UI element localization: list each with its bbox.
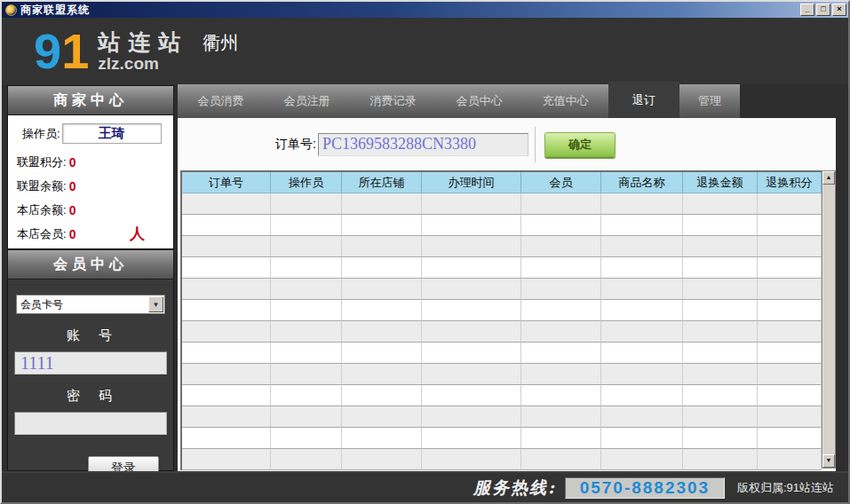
table-row[interactable]: [182, 385, 822, 406]
table-row[interactable]: [182, 300, 822, 321]
logo-text: 站连站: [98, 30, 188, 54]
stat-value: 0: [69, 179, 76, 193]
table-cell: [758, 300, 822, 321]
table-cell: [422, 321, 521, 343]
app-header: 9 1 站连站 zlz.com 衢州: [2, 18, 848, 84]
stat-row-store-members: 本店会员: 0 人: [8, 222, 173, 246]
column-header-5[interactable]: 商品名称: [601, 172, 683, 193]
table-cell: [422, 385, 521, 406]
table-row[interactable]: [182, 406, 822, 428]
table-cell: [758, 406, 822, 428]
table-cell: [683, 321, 758, 343]
table-cell: [182, 364, 271, 385]
column-header-2[interactable]: 所在店铺: [342, 172, 422, 193]
table-row[interactable]: [182, 343, 822, 364]
scroll-up-icon[interactable]: ▲: [822, 171, 835, 185]
table-cell: [601, 215, 683, 236]
table-row[interactable]: [182, 279, 822, 300]
table-cell: [683, 343, 758, 364]
logo: 9 1 站连站 zlz.com: [34, 25, 188, 78]
table-row[interactable]: [182, 236, 822, 257]
stat-row-alliance-balance: 联盟余额: 0: [8, 174, 173, 198]
table-cell: [601, 364, 683, 385]
tab-member-consume[interactable]: 会员消费: [178, 84, 264, 118]
main-area: 会员消费会员注册消费记录会员中心充值中心退订管理 订单号: 确定 订单号操作员所…: [178, 84, 848, 471]
tab-recharge-center[interactable]: 充值中心: [522, 84, 608, 118]
table-cell: [271, 215, 342, 236]
minimize-button[interactable]: _: [800, 4, 814, 16]
table-cell: [342, 193, 422, 215]
column-header-7[interactable]: 退换积分: [758, 172, 822, 193]
table-cell: [271, 321, 342, 343]
table-row[interactable]: [182, 428, 822, 449]
table-row[interactable]: [182, 449, 822, 470]
table-cell: [683, 300, 758, 321]
table-cell: [422, 300, 521, 321]
table-cell: [758, 193, 822, 215]
table-row[interactable]: [182, 321, 822, 343]
table-cell: [342, 428, 422, 449]
table-row[interactable]: [182, 215, 822, 236]
table-cell: [422, 406, 521, 428]
table-cell: [521, 236, 601, 257]
table-cell: [683, 193, 758, 215]
table-cell: [758, 428, 822, 449]
footer-bar: 服务热线: 0570-8882303 版权归属:91站连站: [2, 471, 848, 502]
column-header-3[interactable]: 办理时间: [422, 172, 521, 193]
confirm-button[interactable]: 确定: [544, 132, 616, 157]
tab-member-center[interactable]: 会员中心: [436, 84, 522, 118]
table-cell: [683, 385, 758, 406]
app-window: 商家联盟系统 _ □ × 9 1 站连站 zlz.com 衢州 商家中心 操作员…: [0, 0, 850, 504]
close-button[interactable]: ×: [832, 4, 846, 16]
tab-manage[interactable]: 管理: [679, 84, 740, 118]
table-cell: [342, 343, 422, 364]
order-form: 订单号: 确定: [180, 118, 836, 170]
table-cell: [521, 385, 601, 406]
table-cell: [521, 449, 601, 470]
tab-consume-records[interactable]: 消费记录: [350, 84, 436, 118]
stat-value: 0: [69, 227, 76, 241]
logo-digit-9: 9: [34, 25, 61, 78]
table-cell: [271, 257, 342, 279]
window-titlebar[interactable]: 商家联盟系统 _ □ ×: [2, 2, 848, 18]
member-login-panel: 会员卡号 ▼ 账 号 密 码 登录: [7, 280, 174, 471]
table-cell: [182, 215, 271, 236]
table-cell: [683, 257, 758, 279]
table-cell: [758, 215, 822, 236]
maximize-button[interactable]: □: [816, 4, 830, 16]
table-cell: [271, 343, 342, 364]
account-input[interactable]: [14, 351, 167, 374]
logo-digit-1: 1: [61, 25, 89, 78]
column-header-1[interactable]: 操作员: [271, 172, 342, 193]
member-center-header: 会员中心: [7, 249, 174, 280]
stat-value: 0: [69, 155, 76, 169]
password-input[interactable]: [14, 412, 167, 435]
tab-bar-row: 会员消费会员注册消费记录会员中心充值中心退订管理: [178, 84, 836, 118]
scroll-down-icon[interactable]: ▼: [822, 454, 835, 468]
copyright-label: 版权归属:91站连站: [737, 480, 834, 496]
card-type-select[interactable]: 会员卡号 ▼: [16, 295, 165, 314]
table-cell: [182, 343, 271, 364]
scrollbar-track[interactable]: [822, 185, 835, 454]
vertical-scrollbar[interactable]: ▲ ▼: [822, 170, 836, 469]
table-cell: [342, 321, 422, 343]
table-cell: [342, 449, 422, 470]
table-row[interactable]: [182, 364, 822, 385]
logo-domain: zlz.com: [98, 54, 188, 73]
table-cell: [342, 385, 422, 406]
table-cell: [758, 343, 822, 364]
column-header-6[interactable]: 退换金额: [683, 172, 758, 193]
merchant-center-header: 商家中心: [7, 85, 174, 115]
stat-label: 本店余额:: [17, 202, 67, 218]
column-header-0[interactable]: 订单号: [182, 172, 271, 193]
operator-input[interactable]: [62, 123, 162, 144]
table-row[interactable]: [182, 257, 822, 279]
table-row[interactable]: [182, 193, 822, 215]
table-cell: [683, 449, 758, 470]
chevron-down-icon[interactable]: ▼: [148, 296, 163, 312]
order-number-input[interactable]: [318, 133, 528, 156]
table-cell: [182, 300, 271, 321]
tab-member-register[interactable]: 会员注册: [264, 84, 350, 118]
column-header-4[interactable]: 会员: [521, 172, 601, 193]
tab-unsubscribe[interactable]: 退订: [608, 82, 679, 118]
